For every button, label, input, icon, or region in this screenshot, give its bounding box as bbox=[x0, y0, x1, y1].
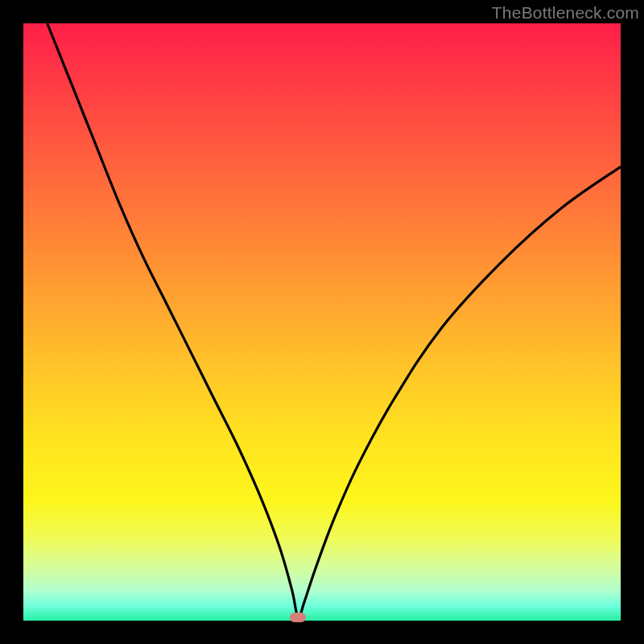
bottleneck-curve bbox=[23, 23, 621, 621]
watermark-text: TheBottleneck.com bbox=[492, 3, 639, 23]
min-marker bbox=[290, 613, 306, 622]
curve-path bbox=[47, 23, 621, 618]
